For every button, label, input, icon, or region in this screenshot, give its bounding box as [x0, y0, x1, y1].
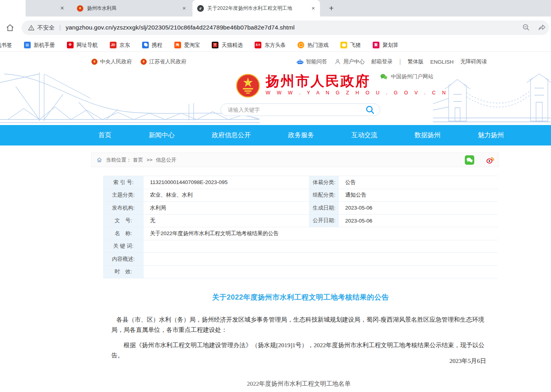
fliggy-pig-icon: [340, 42, 347, 48]
nav-interaction[interactable]: 互动交流: [351, 131, 377, 140]
manual-icon: ▤: [24, 42, 31, 48]
wechat-share-icon[interactable]: [465, 155, 474, 165]
link-central-gov[interactable]: ★ 中央人民政府: [91, 58, 132, 65]
bookmark-juhuasuan[interactable]: 聚 聚划算: [373, 42, 399, 49]
bookmark-aitaobao[interactable]: 淘 爱淘宝: [174, 42, 200, 49]
bookmark-label: 聚划算: [383, 42, 399, 49]
bookmark-hot-games[interactable]: 热门游戏: [298, 42, 329, 49]
mail-login-link[interactable]: 邮箱登录: [372, 58, 393, 65]
article-list-title: 2022年度扬州市水利工程文明工地名单: [111, 380, 486, 388]
meta-label: 主题分类:: [103, 189, 144, 202]
bookmark-url-nav[interactable]: ※ 网址导航: [67, 42, 98, 49]
nav-gov-services[interactable]: 政务服务: [288, 131, 314, 140]
site-utility-bar: ★ 中央人民政府 ★ 江苏省人民政府 智能问答 用户中心 邮箱登录 | 繁体版 …: [0, 55, 551, 68]
browser-e-favicon: e: [197, 5, 204, 12]
utility-divider: |: [399, 58, 401, 65]
new-tab-button[interactable]: +: [326, 3, 337, 14]
bookmark-ctrip[interactable]: 携程: [142, 42, 163, 49]
address-bar[interactable]: 不安全 | yangzhou.gov.cn/yzszxxgk/slj/20230…: [22, 20, 549, 35]
smart-qa-link[interactable]: 智能问答: [296, 58, 327, 66]
ctrip-dolphin-icon: [142, 42, 149, 48]
gov-link-label: 中央人民政府: [100, 58, 132, 65]
user-center-link[interactable]: 用户中心: [334, 58, 365, 65]
header-art-right: [433, 71, 551, 125]
bookmark-label: 网址导航: [77, 42, 98, 49]
close-tab-icon[interactable]: ×: [180, 4, 189, 13]
zoom-out-icon[interactable]: [521, 23, 531, 32]
warning-icon: [28, 24, 35, 31]
url-text[interactable]: yangzhou.gov.cn/yzszxxgk/slj/202305/210c…: [66, 24, 521, 31]
table-row: 内容概述:: [103, 253, 498, 266]
table-row: 名 称: 关于2022年度扬州市水利工程文明工地考核结果的公告: [103, 227, 498, 240]
meta-label: 发布机构:: [103, 202, 144, 214]
bookmark-phone-bookmarks[interactable]: 机书签: [0, 42, 12, 49]
security-label: 不安全: [37, 24, 55, 31]
bookmark-jd[interactable]: JD 京东: [110, 42, 130, 49]
bookmark-glyph: T: [213, 43, 218, 47]
breadcrumb-link-info[interactable]: 信息公开: [156, 157, 176, 163]
tab-yangzhou-water-bureau[interactable]: ★ 扬州市水利局 ×: [72, 0, 191, 17]
site-header: 扬州市人民政府 W W W . Y A N G Z H O U . G O V …: [0, 68, 551, 125]
meta-label: 关 键 词:: [103, 240, 144, 253]
meta-value-index-number: 11321000014407098E-2023-095: [144, 176, 309, 189]
table-row: 主题分类: 农业、林业、水利 组配分类: 通知公告: [103, 189, 498, 202]
breadcrumb-prefix: 当前位置：: [106, 157, 131, 163]
header-art-left: [0, 71, 260, 125]
search-box: [220, 103, 380, 116]
article-paragraph: 各县（市、区）水利（务）局，扬州经济开发区城乡事务管理局，生态科技新城规划建设局…: [111, 315, 486, 335]
meta-value-publish-date: 2023-05-06: [339, 215, 498, 227]
accessibility-link[interactable]: 无障碍阅读: [460, 58, 487, 65]
nav-gov-info-disclosure[interactable]: 政府信息公开: [212, 131, 251, 140]
bookmark-fliggy[interactable]: 飞猪: [340, 42, 361, 49]
bookmark-manual[interactable]: ▤ 新机手册: [24, 42, 55, 49]
meta-value-genre: 公告: [339, 176, 498, 189]
bookmark-label: 热门游戏: [307, 42, 329, 49]
security-chip[interactable]: 不安全: [28, 24, 55, 31]
partial-tab[interactable]: [0, 0, 26, 17]
meta-label: 名 称:: [103, 227, 144, 240]
bookmark-label: 京东: [120, 42, 130, 49]
table-row: 关 键 词:: [103, 240, 498, 253]
bookmark-label: 东方头条: [264, 42, 286, 49]
meta-value-keywords: [144, 240, 498, 253]
article-date: 2023年5月6日: [111, 357, 486, 365]
breadcrumb: 当前位置： 首页 >> 信息公开: [91, 153, 499, 167]
primary-nav: 首页 新闻中心 政府信息公开 政务服务 互动交流 数据扬州 魅力扬州: [0, 125, 551, 145]
search-icon[interactable]: [365, 105, 375, 115]
close-tab-icon[interactable]: ×: [309, 4, 318, 13]
bookmark-tmall[interactable]: T 天猫精选: [212, 42, 243, 49]
bookmark-label: 飞猪: [350, 42, 361, 49]
meta-value-doc-number: 无: [144, 215, 309, 227]
nav-data-yangzhou[interactable]: 数据扬州: [414, 131, 440, 140]
link-jiangsu-gov[interactable]: ★ 江苏省人民政府: [141, 58, 187, 65]
weibo-share-icon[interactable]: [485, 155, 495, 165]
meta-label: 生成日期:: [309, 202, 339, 214]
nav-charm-yangzhou[interactable]: 魅力扬州: [478, 131, 504, 140]
meta-value-created-date: 2023-05-06: [339, 202, 498, 214]
nav-home[interactable]: 首页: [98, 131, 111, 140]
table-row: 时 效:: [103, 266, 498, 279]
national-emblem: [235, 73, 261, 98]
breadcrumb-separator: >>: [146, 157, 152, 163]
breadcrumb-link-home[interactable]: 首页: [133, 157, 143, 163]
search-input[interactable]: [228, 107, 365, 113]
tab-strip: × ★ 扬州市水利局 × e 关于2022年度扬州市水利工程文明工地 × +: [0, 0, 551, 17]
robot-icon: [296, 58, 304, 66]
dongfang-icon: 东方: [255, 42, 261, 48]
meta-value-validity: [144, 266, 498, 278]
bookmark-label: 新机手册: [34, 42, 55, 49]
share-icon[interactable]: [537, 23, 547, 32]
taobao-icon: 淘: [174, 42, 181, 48]
close-tab-icon[interactable]: ×: [57, 4, 67, 13]
tab-active-announcement[interactable]: e 关于2022年度扬州市水利工程文明工地 ×: [192, 0, 320, 17]
table-row: 文 号: 无 公开日期: 2023-05-06: [103, 215, 498, 228]
bookmark-label: 爱淘宝: [184, 42, 200, 49]
home-icon[interactable]: [4, 22, 15, 33]
breadcrumb-home-icon[interactable]: [96, 157, 102, 163]
english-version-link[interactable]: ENGLISH: [430, 59, 453, 65]
traditional-version-link[interactable]: 繁体版: [408, 58, 424, 65]
bookmark-dongfang-toutiao[interactable]: 东方 东方头条: [255, 42, 286, 49]
nav-news-center[interactable]: 新闻中心: [149, 131, 175, 140]
site-url-caption: W W W . Y A N G Z H O U . G O V . C N: [266, 90, 448, 96]
meta-value-group: 通知公告: [339, 189, 498, 202]
